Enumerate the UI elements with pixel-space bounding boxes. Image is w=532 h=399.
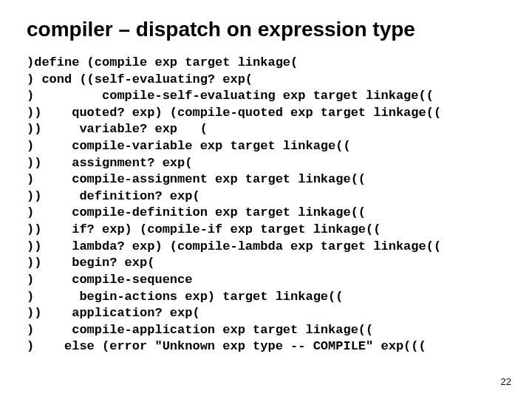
page-number: 22: [501, 376, 511, 387]
slide: compiler – dispatch on expression type )…: [0, 0, 532, 399]
slide-title: compiler – dispatch on expression type: [27, 18, 505, 41]
code-block: )define (compile exp target linkage( ) c…: [27, 55, 505, 355]
